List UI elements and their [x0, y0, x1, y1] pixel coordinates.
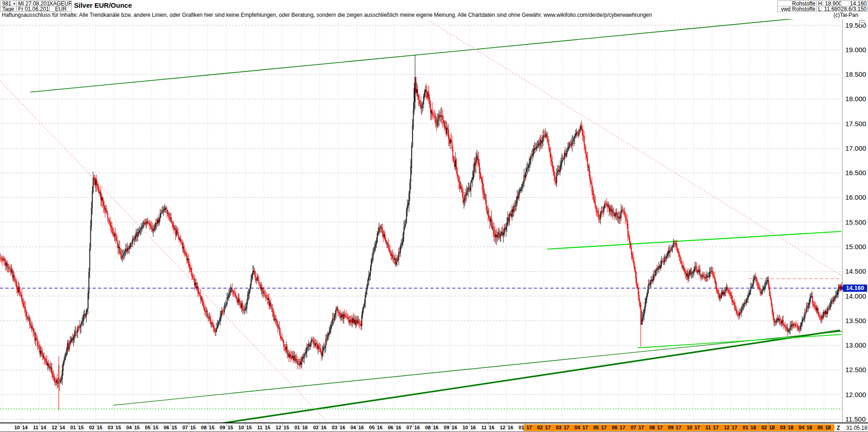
month-label: 0817 — [649, 425, 663, 431]
month-label: 1014 — [14, 425, 28, 431]
month-label: 0916 — [444, 425, 458, 431]
month-label: 1015 — [238, 425, 252, 431]
period-dropdown[interactable]: Tage▼ — [0, 6, 17, 12]
month-label: 0815 — [201, 425, 215, 431]
month-label: 0617 — [612, 425, 626, 431]
y-axis-label: 18.000 — [845, 95, 866, 102]
month-label: 0318 — [780, 425, 794, 431]
y-axis-label: 14.000 — [845, 293, 866, 299]
month-label: 0215 — [89, 425, 103, 431]
month-label: 0717 — [631, 425, 644, 431]
last-price-marker-tail — [840, 286, 843, 290]
y-axis-label: 18.500 — [845, 71, 866, 78]
plot-right-border — [842, 19, 843, 432]
price-axis: 19.50019.00018.50018.00017.50017.00016.5… — [843, 19, 868, 422]
month-label: 1115 — [257, 425, 271, 431]
month-label: 1214 — [52, 425, 65, 431]
month-label: 1216 — [500, 425, 513, 431]
month-label: 0716 — [406, 425, 420, 431]
lower-trendline-thin-dark-green[interactable] — [113, 331, 842, 405]
month-label: 1116 — [481, 425, 494, 431]
last-bar-marker: Z — [837, 425, 840, 431]
month-label: 0217 — [537, 425, 551, 431]
minimize-icon[interactable] — [859, 20, 864, 25]
chevron-down-icon: ▼ — [13, 1, 16, 6]
month-label: 1217 — [724, 425, 738, 431]
bars-count-value: 981 — [2, 1, 11, 6]
lower-trendline-thick-dark-green[interactable] — [209, 330, 840, 422]
month-label: 0915 — [220, 425, 233, 431]
price-chart-canvas[interactable] — [0, 19, 843, 422]
ohlc-bars-up — [3, 77, 841, 384]
month-label: 0515 — [145, 425, 158, 431]
y-axis-label: 12.000 — [845, 391, 866, 398]
month-label: 0218 — [761, 425, 775, 431]
month-label: 0115 — [70, 425, 84, 431]
month-label: 0116 — [294, 425, 308, 431]
y-axis-label: 16.000 — [845, 194, 866, 201]
month-label: 0417 — [575, 425, 588, 431]
period-value: Tage — [2, 7, 14, 12]
month-label: 0118 — [743, 425, 756, 431]
month-label: 0315 — [108, 425, 121, 431]
y-axis-label: 16.500 — [845, 169, 866, 176]
y-axis-label: 11.500 — [845, 416, 866, 422]
copyright-label: (c)Tai-Pan — [833, 12, 867, 19]
month-label: 1114 — [33, 425, 46, 431]
time-axis: Z 31.05.18 10141114121401150215031504150… — [0, 423, 868, 432]
extra-value-cell: 28.6/3.150 — [841, 6, 868, 12]
month-label: 0517 — [593, 425, 607, 431]
provider-cell: vwd Rohstoffe — [777, 6, 817, 12]
month-label: 0816 — [425, 425, 439, 431]
month-label: 1016 — [463, 425, 476, 431]
end-date-label: 31.05.18 — [846, 425, 868, 431]
month-label: 1215 — [276, 425, 289, 431]
month-label: 0415 — [126, 425, 140, 431]
disclaimer-text: Haftungsausschluss für Inhalte: Alle Tre… — [2, 12, 831, 19]
y-axis-label: 13.000 — [845, 342, 866, 349]
page-title: Silver EUR/Ounce — [74, 0, 132, 12]
month-label: 0615 — [164, 425, 178, 431]
month-label: 0317 — [556, 425, 569, 431]
y-axis-label: 14.500 — [845, 268, 866, 275]
y-axis-label: 13.500 — [845, 317, 866, 324]
resistance-bright-green[interactable] — [547, 231, 841, 249]
month-label: 0216 — [313, 425, 327, 431]
chart-header: 981▼ Tage▼ Mi 27.08.2014 Fr 01.06.2018 X… — [0, 0, 868, 12]
y-axis-label: 17.000 — [845, 145, 866, 152]
month-label: 0715 — [182, 425, 196, 431]
period-low-cell: L: 11.680 — [816, 6, 841, 12]
upper-trendline-dark-green[interactable] — [30, 19, 842, 92]
y-axis-label: 17.500 — [845, 120, 866, 127]
month-label: 1017 — [686, 425, 700, 431]
y-axis-label: 19.000 — [845, 46, 866, 53]
y-axis-label: 15.000 — [845, 243, 866, 250]
y-axis-label: 15.500 — [845, 219, 866, 226]
month-label: 0316 — [332, 425, 345, 431]
currency-cell: EUR — [49, 6, 72, 12]
last-price-marker: 14.160 — [843, 285, 867, 292]
ohlc-bars-down — [0, 77, 842, 384]
date-to-cell[interactable]: Fr 01.06.2018 — [16, 6, 50, 12]
month-label: 0518 — [817, 425, 831, 431]
month-label: 0117 — [518, 425, 532, 431]
month-label: 0917 — [668, 425, 681, 431]
month-label: 0418 — [799, 425, 812, 431]
month-label: 1117 — [705, 425, 719, 431]
month-label: 0516 — [369, 425, 383, 431]
ohlc-bars-down — [0, 80, 842, 411]
y-axis-label: 12.500 — [845, 366, 866, 373]
month-label: 0616 — [388, 425, 401, 431]
falling-dotted-red-left[interactable] — [0, 81, 327, 422]
month-label: 0416 — [350, 425, 364, 431]
